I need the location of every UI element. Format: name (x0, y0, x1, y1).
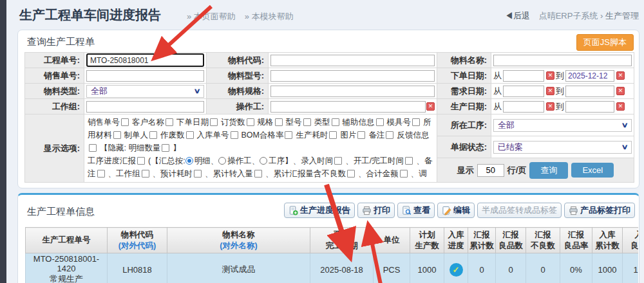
col-report-bad[interactable]: 汇报不良数 (526, 228, 560, 253)
checkbox[interactable] (247, 118, 254, 126)
material-model-input[interactable] (270, 70, 435, 82)
product-label-print-button[interactable]: 产品标签打印 (564, 203, 635, 218)
progress-report-button[interactable]: 生产进度报告 (284, 203, 355, 218)
workgroup-input[interactable] (86, 101, 204, 113)
clear-order-date-to-icon[interactable]: ✕ (616, 71, 625, 80)
printer-icon (362, 206, 372, 215)
material-code-input[interactable] (270, 55, 435, 66)
edit-button[interactable]: 编辑 (437, 203, 475, 218)
checkbox[interactable] (186, 131, 194, 139)
radio-button[interactable] (185, 157, 193, 165)
sales-no-input[interactable] (86, 70, 204, 82)
checkbox[interactable] (162, 144, 169, 152)
order-date-from-input[interactable] (503, 70, 544, 82)
checkbox[interactable] (166, 118, 173, 126)
clear-operator-icon[interactable]: ✕ (426, 102, 435, 111)
col-plan-qty[interactable]: 计划生产数 (410, 228, 444, 253)
checkbox[interactable] (412, 118, 420, 126)
checkbox[interactable] (254, 170, 262, 178)
col-order-no[interactable]: 生产工程单号 (26, 228, 108, 253)
demand-date-from-input[interactable] (503, 86, 544, 97)
checkbox[interactable] (113, 131, 121, 139)
checkbox[interactable] (303, 118, 311, 126)
checkbox[interactable] (285, 131, 292, 139)
radio-button[interactable] (260, 157, 267, 165)
checkbox[interactable] (386, 131, 393, 139)
breadcrumb-parent[interactable]: 点晴ERP子系统 (539, 11, 598, 21)
checkbox[interactable] (121, 118, 129, 126)
status-select[interactable]: 已结案 ∨ (493, 141, 632, 154)
checkbox[interactable] (142, 170, 149, 178)
orders-table: 生产工程单号 物料代码(对外代码) 物料名称(对外名称) 要求完工日期 单位 计… (25, 227, 638, 283)
radio-button[interactable] (218, 157, 226, 165)
material-spec-input[interactable] (270, 86, 435, 97)
rows-per-page-input[interactable] (477, 164, 504, 177)
checkbox[interactable] (194, 170, 202, 178)
back-button[interactable]: ◀后退 (505, 11, 530, 21)
checkbox[interactable] (329, 131, 337, 139)
order-no-input[interactable] (86, 53, 204, 67)
clear-prod-date-to-icon[interactable]: ✕ (616, 102, 625, 111)
excel-button[interactable]: Excel (571, 163, 614, 178)
view-button[interactable]: 查看 (397, 203, 435, 218)
col-in-good[interactable]: 入库良品数 (623, 228, 639, 253)
table-header-row: 生产工程单号 物料代码(对外代码) 物料名称(对外名称) 要求完工日期 单位 计… (26, 228, 639, 253)
cell-report-total: 0 (468, 253, 496, 283)
orders-table-wrap: 生产工程单号 物料代码(对外代码) 物料名称(对外名称) 要求完工日期 单位 计… (25, 227, 638, 283)
col-report-rate[interactable]: 汇报良品率 (560, 228, 592, 253)
page-js-script-button[interactable]: 页面JS脚本 (576, 34, 634, 51)
process-value: 全部 (498, 120, 515, 131)
prod-date-to-input[interactable] (565, 101, 614, 113)
checkbox[interactable] (275, 118, 283, 126)
col-report-good[interactable]: 汇报良品数 (496, 228, 526, 253)
to-text: 到 (556, 101, 564, 113)
checkbox[interactable] (89, 144, 97, 152)
demand-date-to-input[interactable] (565, 86, 614, 97)
col-material-name[interactable]: 物料名称(对外名称) (167, 228, 310, 253)
operator-input[interactable] (270, 101, 426, 113)
col-unit[interactable]: 单位 (374, 228, 410, 253)
checkbox[interactable] (400, 170, 408, 178)
display-options-label: 显示选项: (25, 114, 84, 183)
clear-demand-date-from-icon[interactable]: ✕ (546, 87, 554, 95)
col-due-date[interactable]: 要求完工日期 (310, 228, 374, 253)
checkbox[interactable] (347, 170, 355, 178)
cell-in-total: 1000 (592, 253, 623, 283)
checkbox[interactable] (231, 131, 238, 139)
checkbox[interactable] (332, 118, 339, 126)
page-help-link[interactable]: » 本页面帮助 (187, 12, 236, 21)
cell-in-good: 1000 (623, 253, 639, 283)
material-type-select[interactable]: 全部 ∨ (86, 85, 204, 98)
top-bar: 生产工程单车间进度报告 » 本页面帮助» 本模块帮助 ◀后退 点晴ERP子系统 … (6, 0, 644, 28)
prod-date-from-input[interactable] (503, 101, 544, 113)
print-button[interactable]: 打印 (357, 203, 395, 218)
order-date-to-input[interactable] (565, 70, 614, 82)
col-inbound-progress[interactable]: 入库进度 (444, 228, 468, 253)
material-name-input[interactable] (493, 55, 632, 66)
checkbox[interactable] (210, 118, 218, 126)
edit-icon (442, 206, 451, 215)
rows-prefix: 显示 (457, 165, 474, 176)
col-report-total[interactable]: 汇报累计数 (468, 228, 496, 253)
module-help-link[interactable]: » 本模块帮助 (245, 12, 294, 21)
checkbox[interactable] (376, 118, 384, 126)
search-button[interactable]: 查询 (529, 162, 568, 179)
semi-to-finished-label-button[interactable]: 半成品签转成品标签 (477, 203, 562, 218)
checkbox[interactable] (334, 157, 342, 165)
clear-prod-date-from-icon[interactable]: ✕ (546, 102, 554, 111)
to-text: 到 (556, 70, 564, 82)
process-select[interactable]: 全部 ∨ (493, 119, 632, 132)
from-text: 从 (493, 86, 502, 97)
from-text: 从 (493, 70, 502, 82)
table-row[interactable]: MTO-250818001-1420常规生产 LH0818 测试成品 2025-… (26, 253, 639, 283)
col-in-total[interactable]: 入库累计数 (592, 228, 623, 253)
checkbox[interactable] (97, 170, 105, 178)
checkbox[interactable] (149, 131, 157, 139)
clear-demand-date-to-icon[interactable]: ✕ (616, 87, 625, 95)
clear-order-date-from-icon[interactable]: ✕ (546, 71, 554, 80)
col-material-code[interactable]: 物料代码(对外代码) (108, 228, 167, 253)
checkbox[interactable] (405, 157, 413, 165)
checkbox[interactable] (137, 157, 145, 165)
breadcrumb-current[interactable]: 生产管理 (605, 11, 639, 21)
checkbox[interactable] (357, 131, 365, 139)
